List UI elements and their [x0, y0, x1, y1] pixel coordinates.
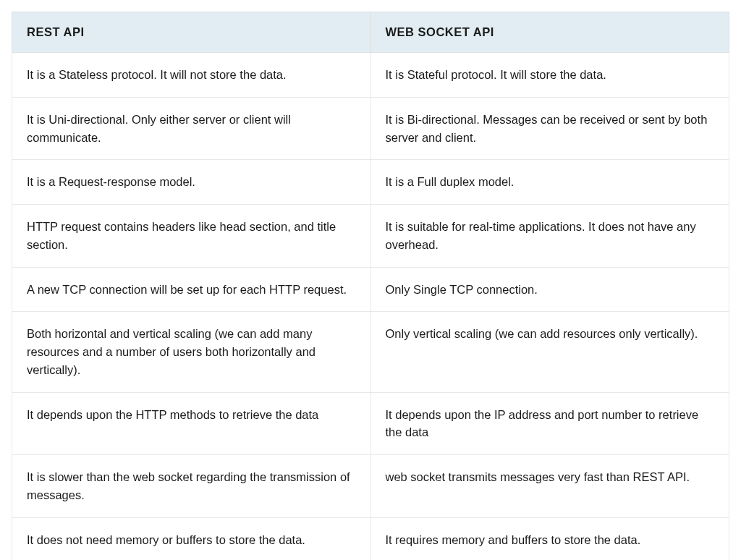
- cell-websocket: web socket transmits messages very fast …: [370, 455, 729, 518]
- table-row: It is Uni-directional. Only either serve…: [12, 97, 729, 160]
- cell-websocket: It requires memory and buffers to store …: [370, 517, 729, 560]
- table-row: It depends upon the HTTP methods to retr…: [12, 392, 729, 455]
- table-row: It is a Request-response model. It is a …: [12, 160, 729, 205]
- cell-rest: It is a Request-response model.: [12, 160, 371, 205]
- comparison-table: REST API WEB SOCKET API It is a Stateles…: [12, 12, 729, 560]
- table-row: It is a Stateless protocol. It will not …: [12, 53, 729, 98]
- cell-rest: It does not need memory or buffers to st…: [12, 517, 371, 560]
- cell-rest: It is slower than the web socket regardi…: [12, 455, 371, 518]
- cell-websocket: It depends upon the IP address and port …: [370, 392, 729, 455]
- cell-websocket: It is Bi-directional. Messages can be re…: [370, 97, 729, 160]
- header-rest-api: REST API: [12, 12, 371, 53]
- table-row: A new TCP connection will be set up for …: [12, 267, 729, 312]
- cell-websocket: It is Stateful protocol. It will store t…: [370, 53, 729, 98]
- cell-websocket: Only Single TCP connection.: [370, 267, 729, 312]
- table-header-row: REST API WEB SOCKET API: [12, 12, 729, 53]
- cell-rest: A new TCP connection will be set up for …: [12, 267, 371, 312]
- table-row: It does not need memory or buffers to st…: [12, 517, 729, 560]
- cell-websocket: Only vertical scaling (we can add resour…: [370, 312, 729, 392]
- cell-rest: It is a Stateless protocol. It will not …: [12, 53, 371, 98]
- cell-rest: It depends upon the HTTP methods to retr…: [12, 392, 371, 455]
- cell-websocket: It is a Full duplex model.: [370, 160, 729, 205]
- table-row: It is slower than the web socket regardi…: [12, 455, 729, 518]
- table-row: Both horizontal and vertical scaling (we…: [12, 312, 729, 392]
- table-row: HTTP request contains headers like head …: [12, 205, 729, 268]
- cell-rest: It is Uni-directional. Only either serve…: [12, 97, 371, 160]
- header-websocket-api: WEB SOCKET API: [370, 12, 729, 53]
- cell-websocket: It is suitable for real-time application…: [370, 205, 729, 268]
- cell-rest: Both horizontal and vertical scaling (we…: [12, 312, 371, 392]
- cell-rest: HTTP request contains headers like head …: [12, 205, 371, 268]
